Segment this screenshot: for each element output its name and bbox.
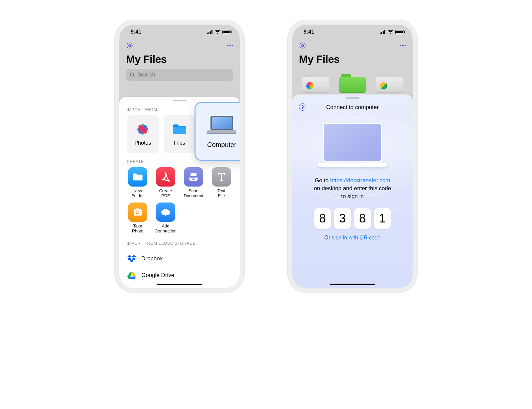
status-bar: 9:41 <box>292 25 413 39</box>
import-photos[interactable]: Photos <box>127 115 159 153</box>
add-connection-icon <box>156 203 175 222</box>
gear-icon[interactable] <box>126 42 133 49</box>
cellular-icon <box>380 30 386 34</box>
folder-grid-peek <box>292 69 413 93</box>
code-digit: 8 <box>314 208 331 229</box>
computer-icon <box>206 114 238 136</box>
battery-icon <box>395 30 404 34</box>
cellular-icon <box>207 30 213 34</box>
help-button[interactable]: ? <box>299 103 306 111</box>
more-icon[interactable] <box>227 45 233 46</box>
svg-rect-10 <box>191 173 197 176</box>
battery-icon <box>222 30 231 34</box>
cloud-dropbox[interactable]: Dropbox <box>123 250 236 267</box>
page-title: My Files <box>126 53 233 66</box>
import-photos-label: Photos <box>134 140 151 146</box>
search-input[interactable]: Search <box>126 69 233 81</box>
create-text-file[interactable]: Text File <box>209 167 234 199</box>
folder-item[interactable] <box>302 74 329 93</box>
create-take-photo[interactable]: Take Photo <box>125 203 150 234</box>
connect-title: Connect to computer <box>301 104 404 111</box>
connect-instructions: Go to https://docstransfer.com on deskto… <box>301 177 404 200</box>
svg-point-1 <box>130 73 134 76</box>
cloud-gdrive-label: Google Drive <box>141 272 174 279</box>
create-pdf[interactable]: Create PDF <box>153 167 178 199</box>
connect-sheet: ? Connect to computer Go to https://docs… <box>292 94 413 288</box>
code-digit: 3 <box>334 208 351 229</box>
take-photo-icon <box>128 203 147 222</box>
photos-icon <box>135 123 150 136</box>
wifi-icon <box>388 30 393 34</box>
import-files-label: Files <box>174 140 185 146</box>
home-indicator[interactable] <box>157 284 202 285</box>
svg-rect-17 <box>212 117 232 129</box>
folder-item[interactable] <box>339 74 366 93</box>
google-drive-icon <box>127 271 136 280</box>
cloud-dropbox-label: Dropbox <box>141 255 163 262</box>
gear-icon[interactable] <box>299 42 306 49</box>
code-digit: 1 <box>374 208 391 229</box>
create-pdf-icon <box>156 167 175 187</box>
sign-in-qr-link[interactable]: sign in with QR code <box>332 235 381 240</box>
phone-left: 9:41 My Files <box>115 20 244 293</box>
section-cloud-storage: IMPORT FROM CLOUD STORAGE <box>119 234 240 249</box>
qr-alternative: Or sign in with QR code <box>301 235 404 241</box>
scan-document-icon <box>184 167 203 187</box>
create-scan-document[interactable]: Scan Document <box>181 167 206 199</box>
laptop-illustration-icon <box>318 123 387 169</box>
code-digit: 8 <box>354 208 371 229</box>
status-time: 9:41 <box>131 29 141 35</box>
home-indicator[interactable] <box>330 284 375 285</box>
search-placeholder: Search <box>137 71 155 78</box>
status-bar: 9:41 <box>119 25 240 39</box>
more-icon[interactable] <box>400 45 406 46</box>
new-folder-icon <box>128 167 147 187</box>
search-icon <box>129 72 135 78</box>
phone-right: 9:41 My Files <box>288 20 417 293</box>
app-header: My Files <box>292 39 413 69</box>
svg-point-0 <box>129 45 131 47</box>
svg-rect-15 <box>164 214 167 215</box>
status-time: 9:41 <box>304 29 314 35</box>
svg-rect-11 <box>192 179 195 180</box>
docstransfer-link[interactable]: https://docstransfer.com <box>330 177 390 184</box>
create-add-connection[interactable]: Add Connection <box>153 203 178 234</box>
create-new-folder[interactable]: New Folder <box>125 167 150 199</box>
connect-code: 8 3 8 1 <box>301 208 404 229</box>
text-file-icon <box>212 167 231 187</box>
files-folder-icon <box>172 123 187 136</box>
import-computer-label: Computer <box>207 141 236 149</box>
svg-point-13 <box>136 211 139 213</box>
page-title: My Files <box>299 53 406 66</box>
svg-point-20 <box>302 45 304 47</box>
wifi-icon <box>215 30 220 34</box>
cloud-google-drive[interactable]: Google Drive <box>123 267 236 284</box>
dropbox-icon <box>127 254 136 263</box>
folder-item[interactable] <box>376 74 403 93</box>
import-files[interactable]: Files <box>164 115 196 153</box>
app-header: My Files Search <box>119 39 240 85</box>
import-computer[interactable]: Computer <box>195 102 244 161</box>
svg-rect-19 <box>207 133 236 134</box>
